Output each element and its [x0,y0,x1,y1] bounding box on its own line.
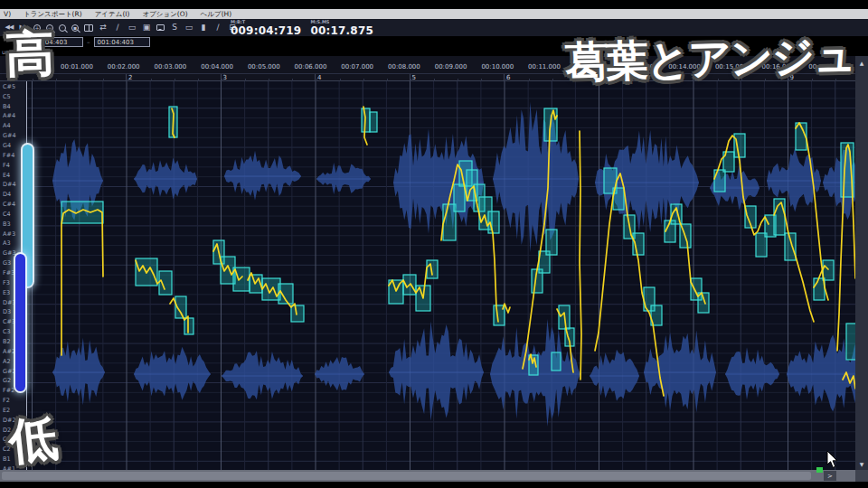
note-label-B2[interactable]: B2 [3,339,11,345]
menu-item-3[interactable]: オプション(O) [142,10,187,19]
notebook-icon[interactable] [84,24,93,32]
pitch-editor-grid[interactable] [26,81,855,470]
scroll-right-button[interactable]: > [824,471,836,481]
note-label-C4[interactable]: C4 [3,211,11,218]
note-label-G3[interactable]: G3 [3,260,11,267]
item-rect-icon[interactable]: ▭ [127,23,137,33]
note-label-D3[interactable]: D3 [3,309,11,315]
pitch-note-box[interactable] [291,305,304,322]
measure-label-2: 2 [128,74,132,81]
time-label-00:04.000: 00:04.000 [201,63,233,70]
note-label-D#3[interactable]: D#3 [3,300,16,306]
measure-label-4: 4 [317,74,321,81]
pitch-note-box[interactable] [529,355,538,375]
note-label-G2[interactable]: G2 [3,378,11,384]
pitch-note-box[interactable] [61,202,103,223]
time-label-00:02.000: 00:02.000 [108,63,140,70]
note-label-G#2[interactable]: G#2 [3,369,16,375]
note-label-A#2[interactable]: A#2 [3,349,15,355]
note-label-F#4[interactable]: F#4 [3,153,14,159]
loop-icon[interactable]: ⇄ [99,23,108,33]
pencil-line-icon[interactable]: ∕ [113,23,122,33]
note-label-A2[interactable]: A2 [3,359,11,365]
horizontal-scrollbar[interactable]: > [0,470,855,482]
zoom-selection-icon[interactable]: ▪ [71,24,79,32]
speech-bubble-icon[interactable] [156,24,165,31]
pitch-note-box[interactable] [734,134,745,157]
note-label-F2[interactable]: F2 [3,398,10,404]
note-label-B4[interactable]: B4 [3,104,11,110]
note-label-F#2[interactable]: F#2 [3,388,14,394]
field-separator: – [87,39,90,46]
pitch-note-box[interactable] [846,324,855,360]
time-label-00:09.000: 00:09.000 [435,63,467,70]
note-label-D4[interactable]: D4 [3,192,11,198]
low-range-bar [15,254,25,391]
measure-label-3: 3 [223,74,227,81]
note-label-C#5[interactable]: C#5 [3,84,15,90]
note-label-G4[interactable]: G4 [3,143,11,149]
measure-label-6: 6 [506,74,510,81]
time-label-00:08.000: 00:08.000 [388,63,420,70]
note-label-C3[interactable]: C3 [3,329,11,335]
note-label-B1[interactable]: B1 [3,456,11,463]
menu-item-2[interactable]: アイテム(I) [95,10,130,19]
scroll-up-icon[interactable]: ▲ [855,57,868,68]
horizontal-scroll-thumb[interactable] [2,472,811,480]
time-label-00:05.000: 00:05.000 [248,63,280,70]
menu-item-1[interactable]: トランスポート(R) [24,10,82,19]
note-label-F3[interactable]: F3 [3,280,10,286]
note-label-A4[interactable]: A4 [3,123,11,129]
time-label-00:07.000: 00:07.000 [341,63,373,70]
note-label-G#4[interactable]: G#4 [3,133,16,139]
msms-value: 00:17.875 [310,24,373,37]
menu-bar: V)トランスポート(R)アイテム(I)オプション(O)ヘルプ(H) [0,9,868,19]
time-label-00:11.000: 00:11.000 [528,63,561,70]
pitch-editor-content [27,81,855,470]
zoom-time-icon[interactable]: · [59,24,66,32]
menu-item-4[interactable]: ヘルプ(H) [201,10,232,19]
pitch-note-box[interactable] [427,260,438,278]
pitch-note-box[interactable] [370,112,377,132]
time-label-00:03.000: 00:03.000 [155,63,187,70]
mbt-display: M:B:T 009:04:719 [231,19,301,37]
media-image-icon[interactable]: ▣ [142,23,151,33]
note-label-A3[interactable]: A3 [3,240,11,247]
pitch-note-box[interactable] [552,352,561,371]
line-tool-icon[interactable]: ∕ [213,23,222,33]
note-label-B3[interactable]: B3 [3,221,11,228]
pitch-note-box[interactable] [814,278,825,300]
note-label-E2[interactable]: E2 [3,408,10,414]
note-label-D#4[interactable]: D#4 [3,182,16,188]
pitch-note-box[interactable] [184,318,193,334]
note-label-C5[interactable]: C5 [3,94,11,100]
note-label-C#3[interactable]: C#3 [3,319,15,325]
menu-item-0[interactable]: V) [4,10,11,18]
scroll-down-icon[interactable]: ▼ [855,458,868,469]
caption-low: 低 [6,413,60,466]
pitch-note-box[interactable] [546,230,557,255]
note-label-F4[interactable]: F4 [3,163,10,169]
time-label-00:01.000: 00:01.000 [61,63,93,70]
app-window: V)トランスポート(R)アイテム(I)オプション(O)ヘルプ(H) ◀◀▶▶+−… [0,0,868,488]
time-label-00:10.000: 00:10.000 [481,63,514,70]
green-item-marker [816,467,823,473]
note-label-A#4[interactable]: A#4 [3,113,15,119]
select-rect-icon[interactable]: ▭ [184,23,193,33]
pen-tool-icon[interactable]: ▮ [199,23,208,33]
note-label-E4[interactable]: E4 [3,173,10,179]
pitch-note-box[interactable] [823,260,834,280]
note-label-A#3[interactable]: A#3 [3,231,15,238]
solo-icon[interactable]: S [170,23,179,33]
note-label-C#4[interactable]: C#4 [3,202,15,208]
caption-title: 葛葉とアンジュ [565,33,856,83]
note-label-F#3[interactable]: F#3 [3,270,14,277]
pitch-note-box[interactable] [454,184,465,211]
note-label-G#3[interactable]: G#3 [3,250,16,257]
mbt-value: 009:04:719 [231,24,301,37]
msms-display: M:S.MS 00:17.875 [310,19,373,37]
pitch-note-box[interactable] [159,271,172,295]
vertical-scrollbar[interactable]: ▲ ▼ [855,56,868,470]
position-field-end[interactable]: 001:04:403 [94,37,150,47]
note-label-E3[interactable]: E3 [3,290,10,296]
